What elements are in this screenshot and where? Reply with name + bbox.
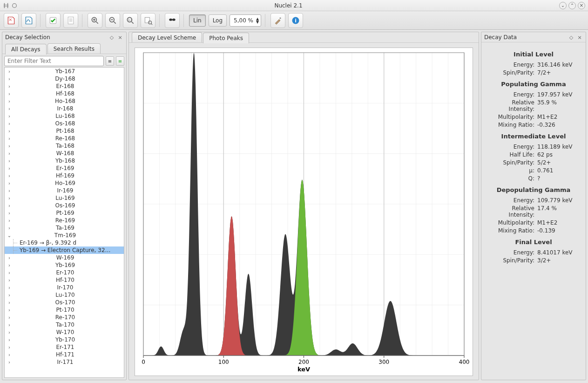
tree-item[interactable]: W-168 — [5, 150, 124, 157]
tree-item[interactable]: Ho-168 — [5, 97, 124, 105]
data-row: Multipolarity:M1+E2 — [485, 219, 582, 226]
tree-item[interactable]: Yb-169 — [5, 261, 124, 269]
resolution-value: 5,00 % — [234, 17, 253, 24]
tree-item[interactable]: Pt-170 — [5, 306, 124, 314]
tree-item[interactable]: Ir-171 — [5, 358, 124, 366]
tree-item[interactable]: Yb-169 → Electron Capture, 32… — [5, 246, 124, 254]
photo-peaks-chart[interactable]: 0100200300400keV — [135, 48, 473, 376]
report-button[interactable] — [63, 13, 78, 28]
svg-line-11 — [96, 21, 98, 23]
tree-item[interactable]: Os-170 — [5, 299, 124, 306]
close-right-icon[interactable]: × — [576, 34, 583, 41]
undock-icon[interactable]: ◇ — [108, 34, 115, 41]
tab-photo-peaks[interactable]: Photo Peaks — [203, 33, 249, 43]
tree-item[interactable]: Yb-168 — [5, 157, 124, 164]
app-icon — [3, 2, 9, 9]
tree-item[interactable]: Lu-169 — [5, 194, 124, 202]
tree-item[interactable]: Re-169 — [5, 217, 124, 224]
svg-text:300: 300 — [378, 359, 389, 365]
tree-item[interactable]: Hf-168 — [5, 90, 124, 97]
export-svg-button[interactable] — [21, 13, 36, 28]
tree-item[interactable]: Os-169 — [5, 202, 124, 209]
data-row: Relative Intensity:17.4 % — [485, 205, 582, 218]
tree-item[interactable]: Hf-170 — [5, 276, 124, 284]
minimize-button[interactable]: ⌄ — [559, 2, 567, 9]
tree-item[interactable]: W-170 — [5, 328, 124, 336]
tree-item[interactable]: Pt-169 — [5, 209, 124, 217]
zoom-in-button[interactable] — [88, 13, 102, 28]
center-panel: Decay Level Scheme Photo Peaks 010020030… — [128, 32, 479, 380]
tree-item[interactable]: Ir-170 — [5, 284, 124, 291]
spinner-arrows-icon: ▲▼ — [256, 17, 259, 24]
main-area: Decay Selection ◇ × All Decays Search Re… — [0, 30, 588, 383]
tree-item[interactable]: Re-170 — [5, 314, 124, 321]
tree-item[interactable]: Yb-170 — [5, 336, 124, 343]
x-axis-label: keV — [297, 366, 310, 373]
svg-rect-3 — [4, 6, 9, 6]
tree-item[interactable]: Ho-169 — [5, 179, 124, 187]
section-heading: Depopulating Gamma — [485, 186, 582, 193]
tree-item[interactable]: Pt-168 — [5, 127, 124, 135]
svg-point-24 — [172, 18, 176, 21]
section-heading: Populating Gamma — [485, 81, 582, 88]
tab-decay-level-scheme[interactable]: Decay Level Scheme — [132, 32, 202, 43]
tree-item[interactable]: Ir-169 — [5, 187, 124, 194]
tree-item[interactable]: Tm-169 — [5, 232, 124, 239]
tree-item[interactable]: Hf-171 — [5, 351, 124, 358]
tree-item[interactable]: Re-168 — [5, 135, 124, 142]
tree-item[interactable]: Os-168 — [5, 120, 124, 127]
zoom-out-button[interactable] — [105, 13, 120, 28]
app-window: Nuclei 2.1 ⌄ ⌃ × 1:1 Lin Log 5,00 % ▲▼ i — [0, 0, 588, 383]
svg-text:400: 400 — [459, 359, 470, 365]
svg-rect-2 — [4, 5, 9, 5]
scale-log-button[interactable]: Log — [209, 14, 227, 27]
undock-right-icon[interactable]: ◇ — [568, 34, 574, 41]
tree-item[interactable]: Lu-168 — [5, 112, 124, 120]
find-button[interactable] — [165, 13, 180, 28]
settings-button[interactable] — [270, 13, 285, 28]
tree-item[interactable]: Ta-168 — [5, 142, 124, 150]
data-row: Q:? — [485, 175, 582, 182]
section-heading: Final Level — [485, 239, 582, 246]
section-heading: Intermediate Level — [485, 133, 582, 140]
tab-search-results[interactable]: Search Results — [47, 43, 101, 54]
data-row: Energy:118.189 keV — [485, 144, 582, 150]
tree-item[interactable]: Ta-170 — [5, 321, 124, 328]
expand-all-button[interactable]: ≡ — [106, 56, 114, 66]
close-panel-icon[interactable]: × — [117, 34, 123, 41]
tree-item[interactable]: Er-169 — [5, 164, 124, 172]
decay-tree[interactable]: Yb-167Dy-168Er-168Hf-168Ho-168Ir-168Lu-1… — [5, 68, 124, 377]
collapse-all-button[interactable]: ≡ — [116, 56, 124, 66]
info-button[interactable]: i — [288, 13, 303, 28]
tree-item[interactable]: Dy-168 — [5, 75, 124, 82]
zoom-region-button[interactable] — [141, 13, 155, 28]
tree-item[interactable]: Er-170 — [5, 269, 124, 276]
svg-rect-20 — [145, 17, 149, 23]
tree-item[interactable]: Er-169 → β-, 9.392 d — [5, 239, 124, 246]
tree-item[interactable]: Lu-170 — [5, 291, 124, 299]
tree-item[interactable]: Yb-167 — [5, 68, 124, 75]
export-pdf-button[interactable] — [4, 13, 19, 28]
svg-text:i: i — [295, 18, 297, 24]
tree-item[interactable]: Ta-169 — [5, 224, 124, 232]
tree-item[interactable]: Er-168 — [5, 82, 124, 90]
resolution-combo[interactable]: 5,00 % ▲▼ — [230, 14, 261, 27]
close-button[interactable]: × — [578, 2, 585, 9]
svg-text:1:1: 1:1 — [128, 18, 133, 21]
tree-item[interactable]: Er-171 — [5, 343, 124, 351]
svg-text:0: 0 — [142, 359, 145, 365]
svg-point-26 — [279, 17, 281, 19]
scale-linear-button[interactable]: Lin — [189, 14, 206, 27]
filter-input[interactable] — [4, 56, 104, 66]
zoom-actual-button[interactable]: 1:1 — [123, 13, 138, 28]
svg-rect-1 — [7, 3, 8, 8]
titlebar: Nuclei 2.1 ⌄ ⌃ × — [0, 0, 588, 11]
tree-item[interactable]: Hf-169 — [5, 172, 124, 179]
tree-item[interactable]: W-169 — [5, 254, 124, 261]
right-panel-title: Decay Data — [484, 34, 517, 41]
tab-all-decays[interactable]: All Decays — [5, 44, 47, 55]
maximize-button[interactable]: ⌃ — [568, 2, 576, 9]
select-all-button[interactable] — [46, 13, 61, 28]
section-heading: Initial Level — [485, 51, 582, 58]
tree-item[interactable]: Ir-168 — [5, 105, 124, 112]
